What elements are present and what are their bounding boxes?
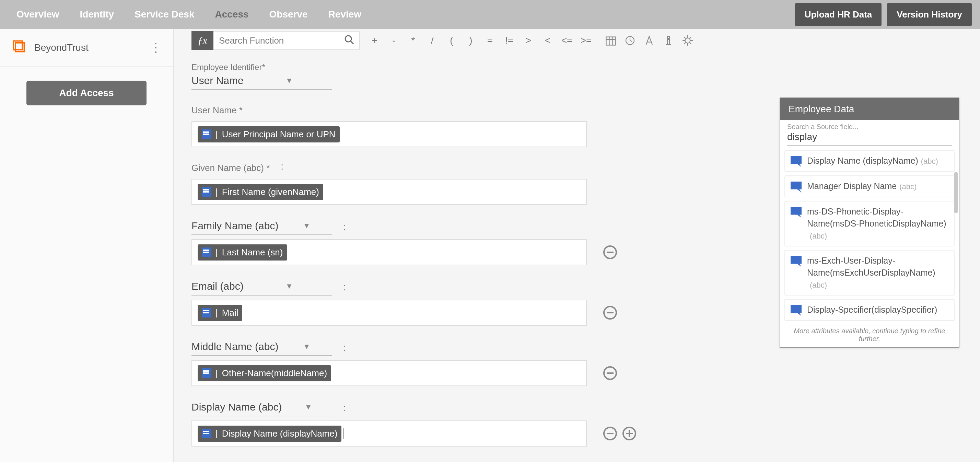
field-chip[interactable]: |Display Name (displayName) — [198, 425, 341, 442]
result-text: ms-Exch-User-Display-Name(msExchUserDisp… — [807, 255, 948, 291]
fx-button[interactable]: ƒx — [191, 31, 213, 50]
nav-tab-access[interactable]: Access — [207, 2, 257, 27]
employee-data-panel: Employee Data Search a Source field... D… — [780, 97, 959, 348]
chip-separator: | — [215, 187, 218, 198]
remove-field-button[interactable] — [603, 306, 617, 320]
remove-field-button[interactable] — [603, 366, 617, 380]
field-expression-box[interactable]: |Mail — [191, 300, 587, 326]
font-icon[interactable] — [640, 31, 659, 50]
caret-down-icon: ▼ — [285, 76, 293, 85]
info-icon[interactable] — [659, 31, 678, 50]
caret-down-icon: ▼ — [305, 403, 312, 411]
operator-button[interactable]: ( — [442, 31, 461, 50]
nav-tab-overview[interactable]: Overview — [8, 2, 68, 27]
operator-button[interactable]: >= — [576, 31, 596, 50]
chip-separator: | — [215, 429, 218, 439]
field-select-value: Family Name (abc) — [191, 220, 278, 232]
field-select-value: Middle Name (abc) — [191, 341, 278, 352]
tool-icons — [601, 31, 697, 50]
colon-separator: : — [343, 221, 346, 233]
calendar-icon[interactable] — [601, 31, 620, 50]
operator-button[interactable]: <= — [557, 31, 576, 50]
operator-button[interactable]: > — [519, 31, 538, 50]
employee-data-result-item[interactable]: Display-Specifier(displaySpecifier) — [784, 299, 955, 321]
field-label: User Name * — [191, 105, 243, 116]
employee-data-search-label: Search a Source field... — [787, 123, 952, 131]
field-label: Given Name (abc) * — [191, 163, 270, 173]
result-text: Display Name (displayName)(abc) — [807, 155, 938, 167]
employee-data-result-item[interactable]: ms-DS-Phonetic-Display-Name(msDS-Phoneti… — [784, 201, 955, 247]
operator-button[interactable]: / — [423, 31, 442, 50]
remove-field-button[interactable] — [603, 245, 617, 259]
field-expression-box[interactable]: |First Name (givenName) — [191, 179, 587, 205]
caret-down-icon: ▼ — [303, 342, 310, 351]
operator-button[interactable]: + — [365, 31, 384, 50]
field-expression-box[interactable]: |User Principal Name or UPN — [191, 121, 587, 147]
employee-data-results: Display Name (displayName)(abc)Manager D… — [780, 146, 959, 324]
field-expression-box[interactable]: |Other-Name(middleName) — [191, 360, 587, 386]
field-chip[interactable]: |Mail — [198, 305, 242, 321]
employee-data-result-item[interactable]: ms-Exch-User-Display-Name(msExchUserDisp… — [784, 250, 955, 296]
field-select-value: Email (abc) — [191, 280, 243, 292]
nav-tab-observe[interactable]: Observe — [261, 2, 316, 27]
nav-tabs: OverviewIdentityService DeskAccessObserv… — [8, 2, 369, 27]
top-nav: OverviewIdentityService DeskAccessObserv… — [0, 0, 980, 29]
clock-icon[interactable] — [620, 31, 640, 50]
operator-button[interactable]: < — [538, 31, 557, 50]
operator-button[interactable]: != — [500, 31, 519, 50]
operator-button[interactable]: - — [384, 31, 404, 50]
chip-text: First Name (givenName) — [222, 187, 319, 198]
text-cursor — [343, 429, 344, 439]
employee-data-search-input[interactable] — [787, 130, 952, 146]
sidebar-more-icon[interactable]: ⋮ — [150, 40, 162, 55]
svg-rect-4 — [606, 37, 616, 45]
remove-field-button[interactable] — [603, 427, 617, 440]
caret-down-icon: ▼ — [285, 282, 293, 291]
svg-line-21 — [690, 43, 691, 44]
field-select[interactable]: Email (abc)▼ — [191, 279, 332, 296]
scrollbar[interactable] — [954, 172, 958, 213]
sidebar: BeyondTrust ⋮ Add Access — [0, 29, 173, 462]
nav-tab-service-desk[interactable]: Service Desk — [126, 2, 202, 27]
field-select-value: Display Name (abc) — [191, 401, 282, 413]
field-expression-box[interactable]: |Last Name (sn) — [191, 239, 587, 265]
sidebar-header: BeyondTrust ⋮ — [0, 29, 173, 67]
field-expression-box[interactable]: |Display Name (displayName) — [191, 421, 587, 446]
operator-button[interactable]: ) — [461, 31, 480, 50]
upload-hr-data-button[interactable]: Upload HR Data — [795, 3, 881, 26]
field-select[interactable]: Display Name (abc)▼ — [191, 400, 332, 416]
nav-actions: Upload HR Data Version History — [795, 3, 972, 26]
operator-button[interactable]: = — [480, 31, 500, 50]
employee-data-result-item[interactable]: Manager Display Name(abc) — [784, 175, 955, 198]
svg-point-15 — [685, 38, 690, 43]
employee-identifier-select[interactable]: User Name ▼ — [191, 73, 332, 90]
search-function-input[interactable] — [213, 31, 360, 50]
field-chip[interactable]: |Other-Name(middleName) — [198, 365, 331, 381]
employee-identifier-field: Employee Identifier* User Name ▼ — [191, 62, 959, 90]
field-select[interactable]: Middle Name (abc)▼ — [191, 339, 332, 356]
chip-text: Last Name (sn) — [222, 247, 283, 258]
employee-data-footer-hint: More attributes available, continue typi… — [780, 324, 959, 347]
source-field-icon — [791, 182, 802, 193]
field-chip[interactable]: |User Principal Name or UPN — [198, 126, 340, 142]
add-access-button[interactable]: Add Access — [26, 81, 146, 105]
bug-icon[interactable] — [678, 31, 697, 50]
employee-data-panel-title: Employee Data — [780, 98, 959, 120]
employee-data-result-item[interactable]: Display Name (displayName)(abc) — [784, 150, 955, 172]
version-history-button[interactable]: Version History — [887, 3, 972, 26]
employee-identifier-value: User Name — [191, 75, 243, 86]
nav-tab-identity[interactable]: Identity — [72, 2, 123, 27]
attribute-field: Display Name (abc)▼:|Display Name (displ… — [191, 400, 959, 446]
result-text: Manager Display Name(abc) — [807, 180, 916, 192]
field-chip[interactable]: |Last Name (sn) — [198, 244, 287, 261]
operator-button[interactable]: * — [404, 31, 423, 50]
colon-separator: : — [343, 403, 346, 414]
field-select[interactable]: Family Name (abc)▼ — [191, 219, 332, 235]
colon-separator: : — [343, 342, 346, 353]
beyondtrust-logo-icon — [11, 38, 26, 57]
chip-text: Other-Name(middleName) — [222, 368, 327, 379]
field-chip[interactable]: |First Name (givenName) — [198, 184, 323, 200]
nav-tab-review[interactable]: Review — [320, 2, 370, 27]
svg-rect-13 — [667, 40, 670, 45]
add-field-button[interactable] — [622, 427, 636, 440]
